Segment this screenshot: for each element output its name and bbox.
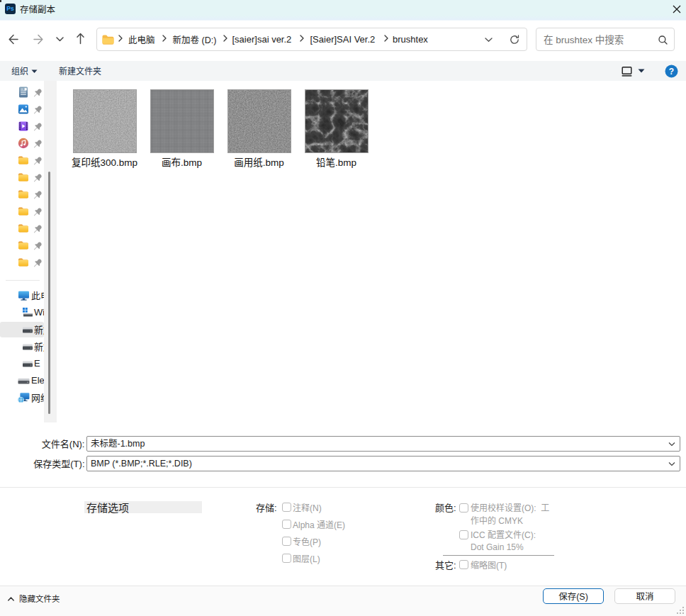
svg-text:?: ? bbox=[669, 67, 674, 77]
